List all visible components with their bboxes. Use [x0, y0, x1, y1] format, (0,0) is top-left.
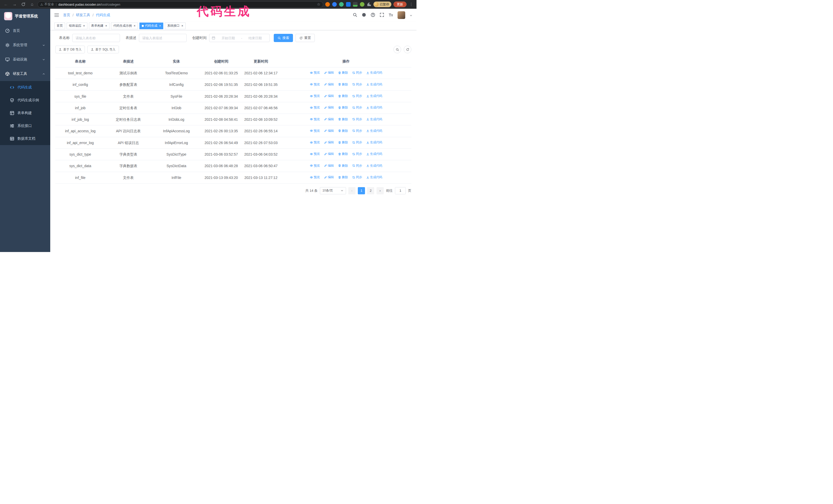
- page-size-select[interactable]: 10条/页: [320, 187, 346, 194]
- start-date-input[interactable]: [216, 36, 240, 40]
- edit-link[interactable]: 编辑: [324, 105, 334, 110]
- avatar-caret-icon[interactable]: [410, 13, 412, 18]
- edit-link[interactable]: 编辑: [324, 140, 334, 145]
- sync-link[interactable]: 同步: [352, 71, 362, 75]
- preview-link[interactable]: 预览: [310, 175, 320, 179]
- edit-link[interactable]: 编辑: [324, 164, 334, 168]
- github-icon[interactable]: [362, 13, 366, 18]
- sync-link[interactable]: 同步: [352, 164, 362, 168]
- sidebar-item-form-builder[interactable]: 表单构建: [0, 106, 50, 119]
- breadcrumb-home[interactable]: 首页: [63, 13, 70, 18]
- reset-button[interactable]: 重置: [295, 34, 315, 42]
- browser-menu-icon[interactable]: ⋮: [408, 2, 414, 7]
- url-bar[interactable]: ⚠ 不安全 | dashboard.yudao.iocoder.cn/tool/…: [38, 1, 323, 8]
- browser-profile-badge[interactable]: 已暂停: [374, 2, 391, 7]
- generate-code-link[interactable]: 生成代码: [366, 94, 382, 98]
- edit-link[interactable]: 编辑: [324, 71, 334, 75]
- delete-link[interactable]: 删除: [338, 152, 348, 156]
- edit-link[interactable]: 编辑: [324, 94, 334, 98]
- help-icon[interactable]: [371, 13, 375, 18]
- close-icon[interactable]: ×: [134, 24, 136, 27]
- refresh-table-button[interactable]: [404, 46, 411, 53]
- browser-update-button[interactable]: 更新: [394, 2, 406, 7]
- prev-page-button[interactable]: ‹: [348, 187, 356, 194]
- vue-devtools-icon[interactable]: [339, 2, 344, 7]
- sync-link[interactable]: 同步: [352, 140, 362, 145]
- dark-extension-icon[interactable]: [353, 2, 358, 7]
- blue-people-extension-icon[interactable]: [346, 2, 351, 7]
- preview-link[interactable]: 预览: [310, 82, 320, 87]
- sync-link[interactable]: 同步: [352, 82, 362, 87]
- close-icon[interactable]: ×: [159, 24, 161, 27]
- table-name-input[interactable]: [72, 34, 120, 42]
- preview-link[interactable]: 预览: [310, 152, 320, 156]
- import-db-button[interactable]: 基于 DB 导入: [55, 46, 85, 53]
- preview-link[interactable]: 预览: [310, 140, 320, 145]
- date-range-picker[interactable]: -: [209, 34, 270, 42]
- sidebar-item-codegen[interactable]: 代码生成: [0, 81, 50, 94]
- edit-link[interactable]: 编辑: [324, 129, 334, 133]
- sidebar-item-infrastructure[interactable]: 基础设施: [0, 52, 50, 67]
- reload-icon[interactable]: [20, 1, 27, 8]
- preview-link[interactable]: 预览: [310, 71, 320, 75]
- forward-icon[interactable]: →: [11, 1, 18, 8]
- sidebar-item-db-docs[interactable]: 数据库文档: [0, 132, 50, 145]
- next-page-button[interactable]: ›: [377, 187, 384, 194]
- generate-code-link[interactable]: 生成代码: [366, 82, 382, 87]
- sidebar-item-devtools[interactable]: 研发工具: [0, 67, 50, 81]
- delete-link[interactable]: 删除: [338, 71, 348, 75]
- page-number-button[interactable]: 1: [358, 187, 365, 194]
- sidebar-item-home[interactable]: 首页: [0, 24, 50, 38]
- bookmark-star-icon[interactable]: ☆: [317, 2, 320, 7]
- sync-link[interactable]: 同步: [352, 129, 362, 133]
- generate-code-link[interactable]: 生成代码: [366, 175, 382, 179]
- sync-link[interactable]: 同步: [352, 117, 362, 121]
- back-icon[interactable]: ←: [3, 1, 9, 8]
- close-icon[interactable]: ×: [105, 24, 108, 27]
- edit-link[interactable]: 编辑: [324, 175, 334, 179]
- delete-link[interactable]: 删除: [338, 82, 348, 87]
- preview-link[interactable]: 预览: [310, 164, 320, 168]
- preview-link[interactable]: 预览: [310, 117, 320, 121]
- generate-code-link[interactable]: 生成代码: [366, 117, 382, 121]
- tab[interactable]: 表单构建 ×: [89, 23, 110, 29]
- tab[interactable]: 代码生成示例 ×: [111, 23, 138, 29]
- tab[interactable]: 首页 ×: [54, 23, 65, 29]
- search-button[interactable]: 搜索: [274, 34, 293, 42]
- puzzle-extensions-icon[interactable]: [367, 2, 372, 7]
- tab[interactable]: 代码生成 ×: [139, 23, 164, 29]
- font-size-icon[interactable]: [388, 13, 393, 18]
- tab[interactable]: 链路追踪 ×: [67, 23, 88, 29]
- delete-link[interactable]: 删除: [338, 94, 348, 98]
- sync-link[interactable]: 同步: [352, 175, 362, 179]
- edit-link[interactable]: 编辑: [324, 152, 334, 156]
- delete-link[interactable]: 删除: [338, 175, 348, 179]
- security-chip[interactable]: ⚠ 不安全: [40, 2, 54, 7]
- hamburger-icon[interactable]: [54, 13, 59, 18]
- page-number-button[interactable]: 2: [367, 187, 374, 194]
- sync-link[interactable]: 同步: [352, 152, 362, 156]
- toggle-search-button[interactable]: [394, 46, 401, 53]
- preview-link[interactable]: 预览: [310, 105, 320, 110]
- delete-link[interactable]: 删除: [338, 164, 348, 168]
- delete-link[interactable]: 删除: [338, 105, 348, 110]
- search-icon[interactable]: [353, 13, 357, 18]
- sidebar-item-codegen-example[interactable]: 代码生成示例: [0, 94, 50, 106]
- fullscreen-icon[interactable]: [380, 13, 384, 18]
- generate-code-link[interactable]: 生成代码: [366, 71, 382, 75]
- table-desc-input[interactable]: [139, 34, 187, 42]
- preview-link[interactable]: 预览: [310, 94, 320, 98]
- close-icon[interactable]: ×: [181, 24, 183, 27]
- end-date-input[interactable]: [243, 36, 267, 40]
- blue-drop-extension-icon[interactable]: [332, 2, 337, 7]
- delete-link[interactable]: 删除: [338, 140, 348, 145]
- orange-extension-icon[interactable]: [325, 2, 330, 7]
- generate-code-link[interactable]: 生成代码: [366, 152, 382, 156]
- edit-link[interactable]: 编辑: [324, 82, 334, 87]
- preview-link[interactable]: 预览: [310, 129, 320, 133]
- sidebar-item-system-api[interactable]: 系统接口: [0, 119, 50, 132]
- close-icon[interactable]: ×: [83, 24, 85, 27]
- user-avatar[interactable]: [398, 11, 405, 19]
- tab[interactable]: 系统接口 ×: [165, 23, 186, 29]
- edit-link[interactable]: 编辑: [324, 117, 334, 121]
